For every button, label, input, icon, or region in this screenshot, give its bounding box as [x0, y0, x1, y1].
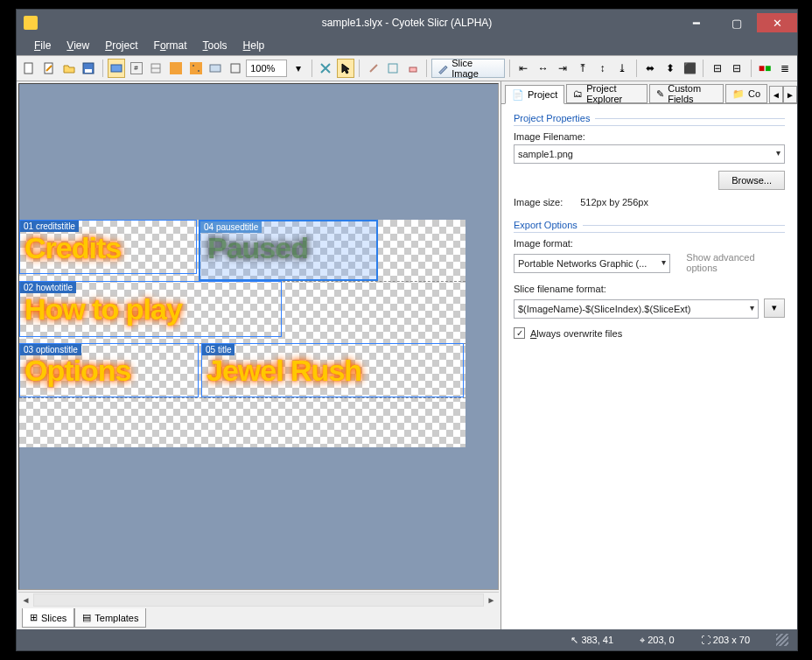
svg-rect-8	[190, 62, 202, 74]
svg-rect-14	[410, 67, 416, 72]
thumb-icon[interactable]	[206, 59, 225, 78]
save-icon[interactable]	[80, 59, 98, 78]
scroll-left-icon[interactable]: ◄	[18, 593, 33, 607]
view-image-icon[interactable]	[108, 59, 126, 78]
app-icon	[24, 16, 38, 30]
folder-icon: 📁	[732, 88, 745, 100]
status-position: ⌖ 203, 0	[640, 635, 675, 646]
svg-rect-11	[210, 65, 220, 72]
side-pane: 📄Project 🗂Project Explorer ✎Custom Field…	[501, 81, 797, 629]
separator	[426, 60, 427, 77]
svg-rect-12	[231, 64, 240, 73]
wand-icon[interactable]	[364, 59, 382, 78]
slice-image-label: Slice Image	[452, 58, 498, 79]
separator	[312, 60, 312, 77]
tab-project[interactable]: 📄Project	[505, 85, 564, 104]
align-v-icon[interactable]: ↕	[593, 59, 612, 78]
pencil-icon: ✎	[656, 88, 664, 100]
image-size-label: Image size:	[514, 197, 563, 207]
fit-icon[interactable]	[227, 59, 245, 78]
dist-h-icon[interactable]: ⊟	[708, 59, 726, 78]
align-right-icon[interactable]: ⇥	[554, 59, 572, 78]
tab-scroll-left-icon[interactable]: ◄	[769, 86, 783, 103]
align-left-icon[interactable]: ⇤	[514, 59, 533, 78]
pointer-icon[interactable]	[337, 59, 355, 78]
canvas[interactable]: 01 creditstitle Credits 04 pausedtitle P…	[18, 83, 499, 590]
tab-project-explorer[interactable]: 🗂Project Explorer	[566, 84, 648, 103]
align-bottom-icon[interactable]: ⤓	[613, 59, 632, 78]
content-area: 01 creditstitle Credits 04 pausedtitle P…	[17, 81, 797, 629]
menu-project[interactable]: Project	[105, 39, 137, 52]
edit-icon[interactable]	[40, 59, 59, 78]
image-size-value: 512px by 256px	[580, 197, 648, 207]
minimize-button[interactable]: ━	[676, 13, 717, 32]
slice-filename-format-label: Slice filename format:	[514, 284, 785, 294]
tab-scroll-right-icon[interactable]: ►	[783, 86, 797, 103]
image-format-combo[interactable]: Portable Networks Graphic (...	[514, 254, 670, 273]
doc-icon: 📄	[512, 89, 524, 101]
view-list-icon[interactable]	[147, 59, 165, 78]
tab-custom-fields[interactable]: ✎Custom Fields	[649, 84, 724, 103]
scroll-track[interactable]	[33, 593, 484, 607]
tab-more-overflow[interactable]: 📁Co	[725, 84, 767, 103]
slice-image-button[interactable]: Slice Image	[431, 59, 504, 78]
image-format-label: Image format:	[514, 238, 785, 249]
slice-filename-format-combo[interactable]: $(ImageName)-$(SliceIndex).$(SliceExt)	[514, 299, 759, 319]
knife-icon	[438, 62, 449, 74]
browse-button[interactable]: Browse...	[718, 171, 785, 190]
view-num-icon[interactable]: #	[127, 59, 145, 78]
menu-file[interactable]: File	[34, 39, 51, 52]
menu-help[interactable]: Help	[243, 39, 265, 52]
horizontal-scrollbar[interactable]: ◄ ►	[18, 592, 499, 607]
separator	[751, 60, 752, 77]
toolbar: # 100% ▾ Slice Image ⇤ ↔ ⇥ ⤒ ↕ ⤓ ⬌ ⬍ ⬛ ⊟…	[17, 55, 797, 81]
image-filename-combo[interactable]: sample1.png	[514, 144, 785, 164]
zoom-dropdown-icon[interactable]: ▾	[289, 59, 307, 78]
order-icon[interactable]: ≣	[775, 59, 794, 78]
align-top-icon[interactable]: ⤒	[574, 59, 592, 78]
titlebar: sample1.slyx - Cyotek Slicr (ALPHA) ━ ▢ …	[17, 10, 797, 36]
show-advanced-link[interactable]: Show advanced options	[686, 252, 785, 273]
svg-point-9	[192, 65, 194, 67]
menu-tools[interactable]: Tools	[203, 39, 228, 52]
resize-grip-icon[interactable]	[776, 634, 788, 646]
scroll-right-icon[interactable]: ►	[484, 593, 499, 607]
status-cursor: ↖ 383, 41	[570, 635, 613, 646]
open-icon[interactable]	[60, 59, 78, 78]
tab-templates[interactable]: ▤Templates	[74, 608, 146, 628]
menubar: File View Project Format Tools Help	[17, 36, 797, 55]
menu-format[interactable]: Format	[154, 39, 187, 52]
align-h-icon[interactable]: ↔	[534, 59, 552, 78]
grid-dots-icon[interactable]	[186, 59, 205, 78]
same-w-icon[interactable]: ⬌	[641, 59, 660, 78]
grid-orange-icon[interactable]	[167, 59, 186, 78]
dist-v-icon[interactable]: ⊟	[728, 59, 746, 78]
svg-rect-4	[111, 65, 122, 72]
svg-point-10	[198, 70, 200, 72]
tab-scroll-nav: ◄ ►	[769, 86, 797, 103]
templates-icon: ▤	[82, 612, 91, 623]
tab-slices[interactable]: ⊞Slices	[22, 608, 74, 628]
image-filename-label: Image Filename:	[514, 131, 785, 142]
sprite-credits: Credits	[24, 233, 121, 263]
crop-icon[interactable]	[317, 59, 335, 78]
always-overwrite-checkbox[interactable]: ✓	[514, 327, 525, 339]
project-panel: Project Properties Image Filename: sampl…	[501, 104, 797, 629]
same-h-icon[interactable]: ⬍	[661, 59, 679, 78]
sprite-paused: Paused	[207, 233, 308, 263]
menu-view[interactable]: View	[66, 39, 89, 52]
slice-tool-icon[interactable]	[384, 59, 402, 78]
record-icon[interactable]: ■■	[756, 59, 774, 78]
svg-rect-0	[24, 63, 32, 74]
eraser-icon[interactable]	[404, 59, 423, 78]
close-button[interactable]: ✕	[757, 13, 797, 32]
separator	[703, 60, 704, 77]
always-overwrite-label: Always overwrite files	[530, 328, 622, 339]
slice-filename-more-button[interactable]: ▾	[764, 298, 785, 318]
zoom-field[interactable]: 100%	[246, 60, 287, 77]
same-size-icon[interactable]: ⬛	[681, 59, 699, 78]
new-icon[interactable]	[20, 59, 38, 78]
sprite-howto: How to play	[24, 294, 182, 324]
maximize-button[interactable]: ▢	[717, 13, 757, 32]
app-window: sample1.slyx - Cyotek Slicr (ALPHA) ━ ▢ …	[16, 9, 798, 651]
